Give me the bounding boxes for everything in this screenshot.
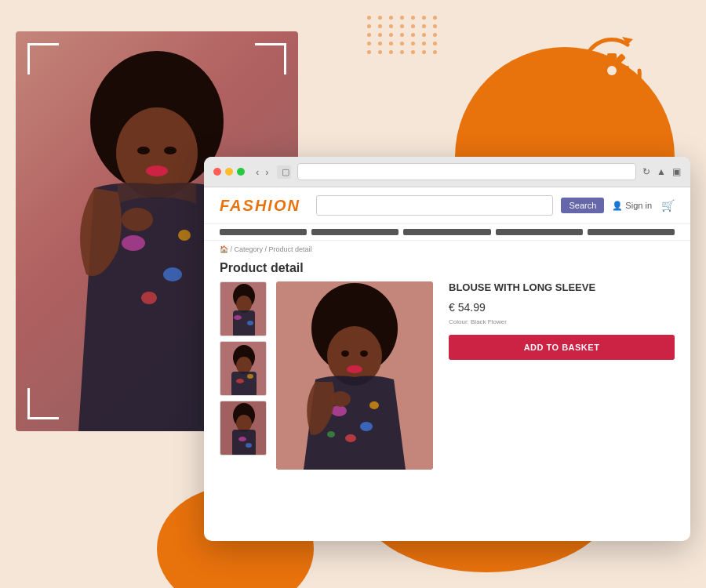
site-header: FASHION Search 👤 Sign in 🛒 bbox=[204, 187, 690, 224]
svg-point-26 bbox=[234, 315, 242, 320]
svg-point-50 bbox=[327, 431, 335, 437]
header-actions: 👤 Sign in 🛒 bbox=[612, 199, 675, 212]
browser-minimize-dot[interactable] bbox=[225, 168, 233, 176]
browser-view-icon: ▢ bbox=[277, 165, 291, 179]
svg-rect-3 bbox=[607, 82, 617, 88]
svg-point-36 bbox=[236, 415, 252, 432]
nav-item-5[interactable] bbox=[588, 229, 675, 235]
sign-in-link[interactable]: 👤 Sign in bbox=[612, 201, 652, 211]
thumbnail-3-svg bbox=[220, 401, 267, 456]
site-nav bbox=[204, 224, 690, 241]
page-title: Product detail bbox=[204, 258, 690, 281]
product-section: BLOUSE WITH LONG SLEEVE € 54.99 Colour: … bbox=[204, 281, 690, 470]
svg-rect-2 bbox=[607, 53, 617, 60]
browser-share-icon[interactable]: ▲ bbox=[657, 166, 666, 177]
thumbnail-1-svg bbox=[220, 282, 267, 336]
add-to-basket-button[interactable]: ADD TO BASKET bbox=[449, 335, 675, 360]
user-icon: 👤 bbox=[612, 201, 623, 210]
svg-point-38 bbox=[238, 437, 246, 441]
browser-refresh-icon[interactable]: ↻ bbox=[642, 166, 650, 177]
product-color-label: Colour: Black Flower bbox=[449, 318, 675, 325]
product-thumbnails bbox=[220, 281, 267, 470]
svg-rect-5 bbox=[595, 66, 601, 75]
product-info: BLOUSE WITH LONG SLEEVE € 54.99 Colour: … bbox=[442, 281, 675, 470]
browser-window: ‹ › ▢ ↻ ▲ ▣ FASHION Search 👤 Sign in 🛒 bbox=[204, 157, 690, 541]
svg-point-32 bbox=[236, 379, 244, 383]
svg-point-39 bbox=[246, 443, 252, 448]
browser-tabs-icon[interactable]: ▣ bbox=[672, 166, 681, 177]
svg-point-45 bbox=[360, 350, 368, 357]
product-name: BLOUSE WITH LONG SLEEVE bbox=[449, 281, 675, 295]
search-input[interactable] bbox=[316, 195, 554, 216]
svg-point-30 bbox=[236, 357, 252, 374]
bracket-top-right bbox=[255, 43, 286, 74]
thumbnail-1[interactable] bbox=[220, 281, 267, 336]
browser-nav-buttons: ‹ › bbox=[254, 166, 271, 178]
thumbnail-2-svg bbox=[220, 342, 267, 396]
thumbnail-2[interactable] bbox=[220, 341, 267, 396]
svg-rect-4 bbox=[623, 66, 629, 75]
bracket-bottom-left bbox=[27, 388, 59, 419]
svg-point-24 bbox=[236, 296, 252, 313]
svg-point-49 bbox=[369, 401, 379, 409]
svg-point-27 bbox=[247, 321, 253, 325]
svg-point-43 bbox=[347, 365, 362, 373]
svg-point-11 bbox=[607, 66, 617, 75]
svg-rect-37 bbox=[232, 430, 256, 456]
product-price: € 54.99 bbox=[449, 301, 675, 314]
decorative-dots bbox=[367, 16, 439, 54]
svg-point-51 bbox=[330, 391, 351, 407]
svg-point-48 bbox=[345, 434, 356, 442]
browser-address-bar[interactable] bbox=[297, 163, 636, 180]
nav-item-2[interactable] bbox=[311, 229, 398, 235]
browser-traffic-lights bbox=[213, 168, 245, 176]
cart-icon[interactable]: 🛒 bbox=[661, 199, 675, 212]
browser-back-button[interactable]: ‹ bbox=[254, 166, 260, 178]
nav-item-3[interactable] bbox=[403, 229, 490, 235]
browser-close-dot[interactable] bbox=[213, 168, 221, 176]
svg-point-47 bbox=[360, 422, 373, 431]
thumbnail-3[interactable] bbox=[220, 401, 267, 456]
svg-point-44 bbox=[341, 350, 349, 357]
nav-item-4[interactable] bbox=[496, 229, 583, 235]
bracket-top-left bbox=[27, 43, 59, 74]
main-product-image bbox=[276, 281, 433, 470]
home-icon: 🏠 bbox=[220, 245, 228, 253]
svg-point-33 bbox=[247, 374, 253, 379]
website-content: FASHION Search 👤 Sign in 🛒 🏠 / Category … bbox=[204, 187, 690, 541]
browser-forward-button[interactable]: › bbox=[264, 166, 270, 178]
browser-chrome: ‹ › ▢ ↻ ▲ ▣ bbox=[204, 157, 690, 187]
breadcrumb: 🏠 / Category / Product detail bbox=[204, 241, 690, 258]
nav-item-1[interactable] bbox=[220, 229, 307, 235]
browser-maximize-dot[interactable] bbox=[237, 168, 245, 176]
search-button[interactable]: Search bbox=[561, 198, 604, 213]
main-product-svg bbox=[276, 281, 433, 470]
sync-gear-icon bbox=[565, 24, 659, 118]
gear-svg bbox=[569, 27, 655, 114]
site-logo: FASHION bbox=[220, 197, 300, 215]
